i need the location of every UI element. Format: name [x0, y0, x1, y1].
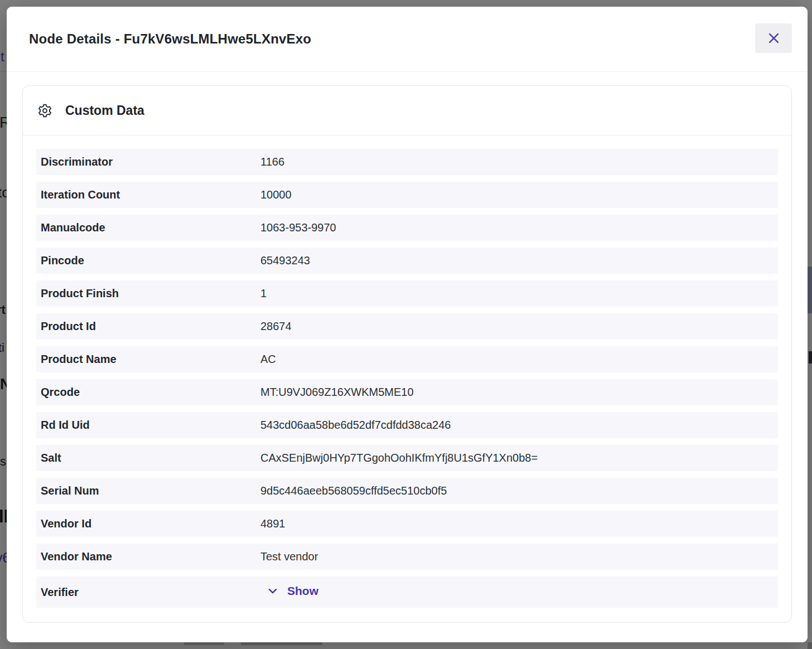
custom-data-row: Iteration Count10000	[36, 182, 778, 208]
row-value: 28674	[260, 320, 778, 333]
custom-data-row: Vendor NameTest vendor	[36, 544, 778, 570]
custom-data-row: Product NameAC	[36, 346, 778, 372]
row-value: 9d5c446aeeb568059cffd5ec510cb0f5	[260, 485, 778, 497]
row-label: Product Id	[41, 320, 260, 333]
modal-title: Node Details - Fu7kV6wsLMLHwe5LXnvExo	[29, 31, 311, 47]
row-value: 1063-953-9970	[260, 221, 778, 234]
row-value: Show	[260, 584, 778, 600]
row-label: Manualcode	[41, 221, 260, 234]
node-details-modal: Node Details - Fu7kV6wsLMLHwe5LXnvExo Cu…	[7, 7, 808, 642]
row-value: 543cd06aa58be6d52df7cdfdd38ca246	[260, 419, 778, 432]
row-label: Iteration Count	[41, 188, 260, 201]
row-label: Discriminator	[41, 156, 260, 168]
row-value: 1	[260, 287, 778, 300]
row-value: 65493243	[260, 254, 778, 267]
row-value: 10000	[260, 188, 778, 201]
modal-header: Node Details - Fu7kV6wsLMLHwe5LXnvExo	[7, 7, 808, 72]
custom-data-row: VerifierShow	[36, 577, 778, 608]
custom-data-row: Product Id28674	[36, 313, 778, 340]
row-label: Product Name	[41, 353, 260, 366]
close-button[interactable]	[755, 23, 792, 53]
gear-icon	[37, 103, 52, 118]
row-value: MT:U9VJ069Z16XWKM5ME10	[260, 386, 778, 399]
row-label: Salt	[41, 452, 260, 464]
custom-data-card: Custom Data Discriminator1166Iteration C…	[22, 85, 792, 623]
row-label: Pincode	[41, 254, 260, 267]
show-link-label: Show	[287, 584, 318, 598]
custom-data-rows: Discriminator1166Iteration Count10000Man…	[23, 135, 791, 622]
verifier-show-toggle[interactable]: Show	[260, 584, 318, 598]
row-value: 1166	[260, 156, 778, 168]
custom-data-row: Rd Id Uid543cd06aa58be6d52df7cdfdd38ca24…	[36, 412, 778, 438]
custom-data-row: Pincode65493243	[36, 248, 778, 274]
row-label: Qrcode	[41, 386, 260, 399]
custom-data-row: Product Finish1	[36, 280, 778, 307]
card-title: Custom Data	[65, 103, 144, 118]
page-root: tRtorttiNsllv6 Node Details - Fu7kV6wsLM…	[0, 0, 812, 649]
custom-data-row: Vendor Id4891	[36, 511, 778, 537]
row-value: 4891	[260, 517, 778, 530]
custom-data-row: Manualcode1063-953-9970	[36, 215, 778, 241]
row-label: Verifier	[41, 586, 260, 599]
close-icon	[766, 31, 781, 46]
row-label: Vendor Name	[41, 550, 260, 563]
row-label: Rd Id Uid	[41, 419, 260, 432]
row-label: Serial Num	[41, 485, 260, 497]
row-value: AC	[260, 353, 778, 366]
row-value: CAxSEnjBwj0HYp7TGgohOohIKfmYfj8U1sGfY1Xn…	[260, 452, 778, 464]
custom-data-row: QrcodeMT:U9VJ069Z16XWKM5ME10	[36, 379, 778, 405]
row-label: Product Finish	[41, 287, 260, 300]
row-label: Vendor Id	[41, 517, 260, 530]
custom-data-row: Discriminator1166	[36, 149, 778, 175]
custom-data-row: Serial Num9d5c446aeeb568059cffd5ec510cb0…	[36, 478, 778, 504]
custom-data-row: SaltCAxSEnjBwj0HYp7TGgohOohIKfmYfj8U1sGf…	[36, 445, 778, 471]
chevron-down-icon	[266, 584, 279, 598]
row-value: Test vendor	[260, 550, 778, 563]
custom-data-card-header: Custom Data	[23, 86, 791, 135]
